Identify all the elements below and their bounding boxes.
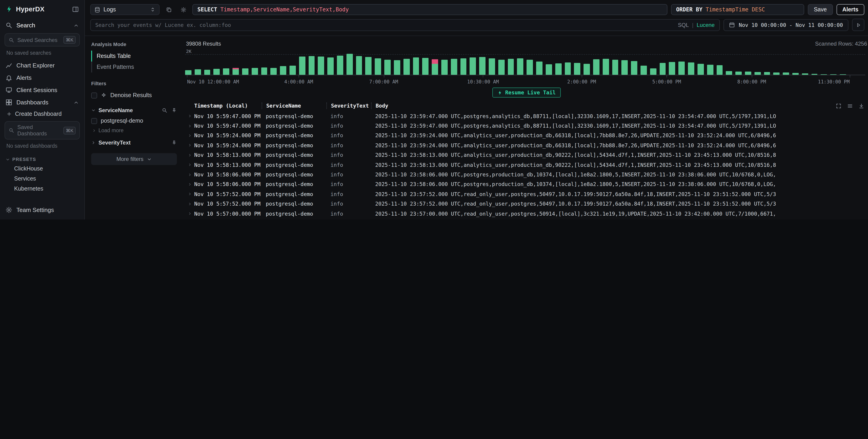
pin-icon[interactable] — [172, 140, 177, 146]
histogram-bar[interactable] — [754, 72, 761, 75]
histogram-bar[interactable] — [622, 60, 628, 75]
histogram-bar[interactable] — [242, 68, 248, 75]
histogram-bar[interactable] — [546, 64, 552, 75]
histogram-bar[interactable] — [403, 59, 410, 75]
denoise-results-toggle[interactable]: Denoise Results — [91, 90, 177, 101]
preset-item[interactable]: ClickHouse — [0, 164, 84, 174]
sidebar-item-chart-explorer[interactable]: Chart Explorer — [0, 59, 84, 71]
log-row[interactable]: Nov 10 5:58:06.000 PM postgresql-demo in… — [185, 170, 868, 180]
date-range-picker[interactable]: Nov 10 00:00:00 - Nov 11 00:00:00 — [723, 19, 848, 31]
mode-event-patterns[interactable]: Event Patterns — [91, 62, 177, 72]
log-row[interactable]: Nov 10 5:57:52.000 PM postgresql-demo in… — [185, 189, 868, 199]
row-density-icon[interactable] — [847, 103, 853, 109]
download-icon[interactable] — [859, 103, 864, 109]
sidebar-item-dashboards[interactable]: Dashboards — [0, 96, 84, 108]
sidebar-item-client-sessions[interactable]: Client Sessions — [0, 84, 84, 96]
facet-severitytext-header[interactable]: SeverityText — [91, 139, 177, 146]
sidebar-item-alerts[interactable]: Alerts — [0, 71, 84, 84]
histogram-bar[interactable] — [271, 68, 277, 75]
histogram-bar[interactable] — [441, 60, 448, 75]
log-row[interactable]: Nov 10 5:58:13.000 PM postgresql-demo in… — [185, 150, 868, 160]
saved-searches-input[interactable]: Saved Searches ⌘K — [5, 33, 80, 46]
row-expand-button[interactable] — [185, 182, 194, 186]
facet-servicename-header[interactable]: ServiceName — [91, 107, 177, 114]
histogram-bar[interactable] — [346, 54, 353, 75]
language-sql[interactable]: SQL — [678, 22, 689, 28]
create-dashboard-button[interactable]: Create Dashboard — [0, 108, 84, 120]
preset-item[interactable]: Kubernetes — [0, 184, 84, 194]
saved-dashboards-input[interactable]: Saved Dashboards ⌘K — [5, 121, 80, 139]
denoise-checkbox[interactable] — [91, 92, 97, 98]
histogram-bar[interactable] — [745, 72, 751, 75]
histogram-bar[interactable] — [223, 68, 229, 75]
pin-icon[interactable] — [172, 107, 177, 113]
log-row[interactable]: Nov 10 5:58:13.000 PM postgresql-demo in… — [185, 160, 868, 170]
log-row[interactable]: Nov 10 5:57:00.000 PM postgresql-demo in… — [185, 219, 868, 220]
row-expand-button[interactable] — [185, 192, 194, 196]
more-filters-button[interactable]: More filters — [91, 153, 177, 165]
select-clause-editor[interactable]: SELECT Timestamp,ServiceName,SeverityTex… — [192, 4, 668, 15]
histogram-bar[interactable] — [764, 72, 770, 75]
sidebar-item-search[interactable]: Search — [0, 19, 84, 31]
histogram-bar[interactable] — [659, 63, 666, 75]
histogram-bar[interactable] — [584, 64, 590, 75]
histogram-bar[interactable] — [327, 57, 334, 75]
histogram-bar[interactable] — [394, 60, 400, 75]
histogram-bar[interactable] — [603, 59, 609, 75]
log-row[interactable]: Nov 10 5:58:06.000 PM postgresql-demo in… — [185, 179, 868, 189]
source-settings-button[interactable] — [178, 4, 189, 15]
histogram-bar[interactable] — [669, 62, 675, 75]
histogram-bar[interactable] — [413, 57, 419, 75]
log-row[interactable]: Nov 10 5:59:47.000 PM postgresql-demo in… — [185, 111, 868, 121]
histogram-bar[interactable] — [527, 60, 533, 75]
histogram-bar[interactable] — [679, 61, 685, 75]
facet-checkbox[interactable] — [91, 118, 97, 124]
histogram-bar[interactable] — [214, 69, 220, 75]
row-expand-button[interactable] — [185, 133, 194, 138]
histogram-bar[interactable] — [232, 68, 239, 75]
histogram-bar[interactable] — [735, 71, 742, 75]
row-expand-button[interactable] — [185, 144, 194, 148]
histogram-bar[interactable] — [195, 69, 201, 75]
histogram-bar[interactable] — [565, 62, 571, 75]
histogram-bar[interactable] — [507, 59, 514, 75]
alerts-button[interactable]: Alerts — [836, 4, 864, 15]
histogram-bar[interactable] — [792, 73, 799, 75]
histogram-bar[interactable] — [384, 60, 391, 75]
histogram-bar[interactable] — [299, 57, 305, 75]
histogram-bar[interactable] — [641, 65, 647, 75]
row-expand-button[interactable] — [185, 124, 194, 128]
row-expand-button[interactable] — [185, 114, 194, 118]
copy-button[interactable] — [163, 4, 174, 15]
live-tail-play-button[interactable] — [852, 19, 864, 31]
histogram-bar[interactable] — [280, 66, 286, 75]
histogram-bar[interactable] — [631, 61, 637, 75]
source-select[interactable]: Logs — [90, 4, 160, 15]
row-expand-button[interactable] — [185, 202, 194, 206]
histogram-bar[interactable] — [726, 71, 733, 75]
log-row[interactable]: Nov 10 5:59:24.000 PM postgresql-demo in… — [185, 140, 868, 150]
histogram-bar[interactable] — [517, 58, 524, 75]
load-more-button[interactable]: Load more — [91, 126, 177, 133]
mode-results-table[interactable]: Results Table — [91, 51, 177, 62]
row-expand-button[interactable] — [185, 153, 194, 157]
histogram-bar[interactable] — [251, 68, 258, 75]
histogram-bar[interactable] — [593, 59, 599, 75]
facet-value-row[interactable]: postgresql-demo — [91, 115, 177, 126]
histogram-bar[interactable] — [337, 55, 343, 75]
log-row[interactable]: Nov 10 5:57:52.000 PM postgresql-demo in… — [185, 199, 868, 209]
expand-table-icon[interactable] — [836, 103, 842, 109]
histogram-bar[interactable] — [365, 57, 372, 75]
sidebar-item-team-settings[interactable]: Team Settings — [0, 204, 84, 216]
order-by-editor[interactable]: ORDER BY TimestampTime DESC — [671, 4, 804, 15]
event-search-box[interactable]: SQL | Lucene — [90, 19, 720, 31]
histogram-bar[interactable] — [707, 64, 713, 75]
row-expand-button[interactable] — [185, 163, 194, 167]
log-row[interactable]: Nov 10 5:59:24.000 PM postgresql-demo in… — [185, 131, 868, 140]
histogram-bar[interactable] — [356, 56, 362, 75]
chevron-up-icon[interactable] — [73, 23, 79, 28]
language-lucene[interactable]: Lucene — [696, 22, 715, 28]
save-button[interactable]: Save — [808, 4, 833, 15]
histogram-bar[interactable] — [688, 62, 694, 75]
facet-search-icon[interactable] — [162, 107, 167, 113]
